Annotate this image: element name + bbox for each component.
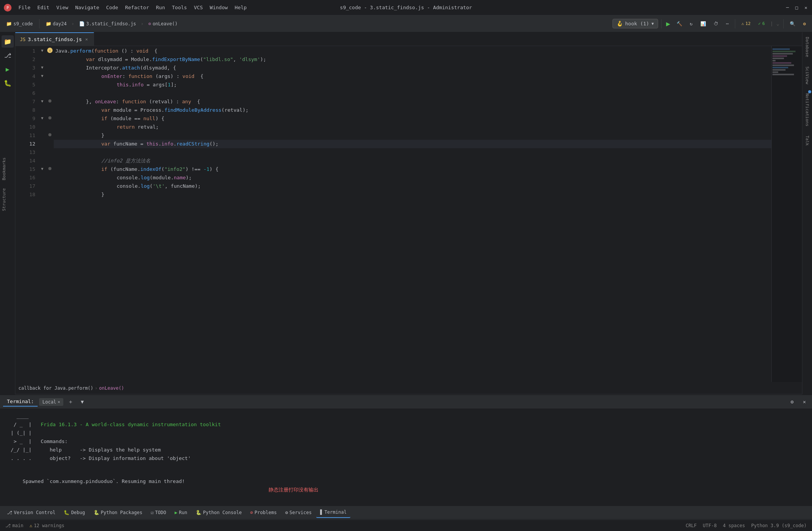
- breadcrumb-sep-1: ›: [71, 21, 74, 26]
- code-line-2: var dlsymadd = Module.findExportByName("…: [54, 55, 771, 64]
- gutter-warn-1: ⚠: [47, 48, 53, 53]
- right-tab-notifications[interactable]: Notifications: [803, 89, 811, 131]
- right-panel-tabs: Database SciView Notifications Talk: [802, 32, 812, 394]
- terminal-local-tab[interactable]: Local ✕: [39, 398, 63, 406]
- maximize-button[interactable]: □: [794, 5, 800, 11]
- sidebar-commit-icon[interactable]: ⎇: [2, 49, 14, 61]
- sidebar-debug-icon[interactable]: 🐛: [2, 77, 14, 89]
- git-icon: ⎇: [5, 523, 11, 528]
- status-warnings[interactable]: ⚠ 12 warnings: [27, 522, 67, 529]
- toolbar-breadcrumb-file[interactable]: 📄 3.static_findso.js: [76, 20, 139, 28]
- bottom-tab-services[interactable]: ⚙ Services: [281, 508, 315, 518]
- menu-tools[interactable]: Tools: [169, 3, 190, 12]
- status-line-ending[interactable]: CRLF: [683, 522, 699, 529]
- tab-close-button[interactable]: ✕: [84, 36, 89, 43]
- gutter-bp-15: [48, 167, 51, 170]
- code-line-4: onEnter: function (args) : void {: [54, 72, 771, 81]
- fold-1[interactable]: ▼: [41, 48, 43, 53]
- menu-view[interactable]: View: [53, 3, 71, 12]
- menu-navigate[interactable]: Navigate: [72, 3, 102, 12]
- right-tab-database[interactable]: Database: [803, 32, 811, 62]
- warning-icon: ⚠: [30, 523, 32, 528]
- line-num-8: 8: [18, 106, 35, 114]
- sidebar-run-icon[interactable]: ▶: [2, 63, 14, 75]
- terminal-settings-button[interactable]: ⚙: [787, 397, 797, 406]
- terminal-dropdown-button[interactable]: ▼: [78, 397, 87, 406]
- terminal-local-close[interactable]: ✕: [58, 400, 60, 404]
- code-line-7: }, onLeave: function (retval) : any {: [54, 98, 771, 106]
- left-vtab-bookmarks[interactable]: Bookmarks: [0, 154, 8, 184]
- ok-count[interactable]: ✓ 6: [755, 20, 768, 28]
- minimize-button[interactable]: ─: [784, 5, 791, 11]
- toolbar-breadcrumb-func[interactable]: ⊙ onLeave(): [145, 20, 180, 28]
- code-line-10: return retval;: [54, 123, 771, 131]
- bottom-tab-debug[interactable]: 🐛 Debug: [60, 508, 89, 518]
- fold-7[interactable]: ▼: [41, 99, 43, 103]
- tab-static-findso[interactable]: JS 3.static_findso.js ✕: [15, 32, 94, 46]
- line-num-14: 14: [18, 157, 35, 165]
- bottom-tab-python-packages[interactable]: 🐍 Python Packages: [90, 508, 146, 518]
- right-tab-talk[interactable]: Talk: [803, 131, 811, 151]
- term-prompt[interactable]: [Pixel 2 XL::com.xunmeng.pinduoduo ]->: [5, 503, 807, 506]
- fold-3[interactable]: ▼: [41, 65, 43, 69]
- bottom-tab-python-console[interactable]: 🐍 Python Console: [192, 508, 246, 518]
- reload-button[interactable]: ↻: [687, 20, 696, 28]
- line-num-2: 2: [18, 55, 35, 64]
- toolbar-project[interactable]: 📁 s9_code: [3, 20, 36, 28]
- close-button[interactable]: ✕: [803, 5, 809, 11]
- menu-run[interactable]: Run: [153, 3, 168, 12]
- search-button[interactable]: 🔍: [787, 20, 799, 28]
- terminal-minimize-button[interactable]: ✕: [800, 397, 809, 406]
- left-vtab-structure[interactable]: Structure: [0, 184, 8, 215]
- warning-count[interactable]: ⚠ 12: [738, 20, 754, 28]
- menu-refactor[interactable]: Refactor: [122, 3, 152, 12]
- profile-button[interactable]: ⏱: [711, 20, 721, 28]
- editor[interactable]: 1 2 3 4 5 6 7 8 9 10 11 12 13 14 15 16 1…: [15, 46, 802, 382]
- bottom-tab-problems[interactable]: ⊘ Problems: [246, 508, 281, 518]
- status-encoding[interactable]: UTF-8: [701, 522, 719, 529]
- terminal-tab-label[interactable]: Terminal:: [3, 397, 38, 407]
- menu-window[interactable]: Window: [207, 3, 231, 12]
- toolbar-breadcrumb-day[interactable]: 📁 day24: [43, 20, 70, 28]
- right-tab-sciview[interactable]: SciView: [803, 62, 811, 89]
- fold-15[interactable]: ▼: [41, 167, 43, 171]
- breadcrumb-day-label: day24: [53, 21, 67, 26]
- status-indent[interactable]: 4 spaces: [721, 522, 748, 529]
- git-branch: main: [12, 523, 23, 528]
- menu-file[interactable]: File: [15, 3, 33, 12]
- hook-button[interactable]: 🪝 hook (1) ▼: [612, 19, 658, 28]
- fold-9[interactable]: ▼: [41, 116, 43, 120]
- code-line-9: if (module == null) {: [54, 114, 771, 123]
- code-line-6: [54, 89, 771, 98]
- bottom-tab-terminal[interactable]: ▋ Terminal: [316, 507, 350, 518]
- coverage-button[interactable]: 📊: [697, 20, 709, 28]
- bottom-tab-todo[interactable]: ☑ TODO: [147, 508, 170, 518]
- hook-dropdown-icon: ▼: [652, 22, 654, 26]
- terminal-tab-bar: Terminal: Local ✕ ＋ ▼ ⚙ ✕: [0, 395, 812, 409]
- more-button[interactable]: ⋯: [723, 20, 732, 28]
- vcs-label: Version Control: [14, 510, 55, 515]
- sidebar-project-icon[interactable]: 📁: [2, 35, 14, 48]
- app-logo: P: [3, 3, 12, 12]
- menu-code[interactable]: Code: [103, 3, 121, 12]
- terminal-add-button[interactable]: ＋: [65, 397, 76, 407]
- settings-button[interactable]: ⚙: [800, 20, 809, 28]
- fold-4[interactable]: ▼: [41, 74, 43, 78]
- breakpoint-gutter: ⚠: [46, 46, 54, 382]
- menu-edit[interactable]: Edit: [34, 3, 52, 12]
- bottom-tab-vcs[interactable]: ⎇ Version Control: [3, 508, 59, 518]
- status-language[interactable]: Python 3.9 (s9_code): [749, 522, 809, 529]
- vcs-icon: ⎇: [7, 510, 12, 515]
- build-button[interactable]: 🔨: [673, 20, 685, 28]
- problems-label: Problems: [254, 510, 277, 515]
- run-button[interactable]: ▶: [665, 20, 672, 28]
- terminal-content[interactable]: ____ / _ | Frida 16.1.3 - A world-class …: [0, 409, 812, 506]
- menu-help[interactable]: Help: [232, 3, 250, 12]
- status-git[interactable]: ⎇ main: [3, 522, 26, 529]
- bottom-tab-run[interactable]: ▶ Run: [171, 508, 191, 518]
- fold-gutter: ▼ ▼ ▼ ▼ ▼: [38, 46, 46, 382]
- debug-icon: 🐛: [64, 510, 69, 515]
- python-pkg-label: Python Packages: [101, 510, 142, 515]
- menu-vcs[interactable]: VCS: [191, 3, 206, 12]
- code-content[interactable]: Java.perform(function () : void { var dl…: [54, 46, 771, 382]
